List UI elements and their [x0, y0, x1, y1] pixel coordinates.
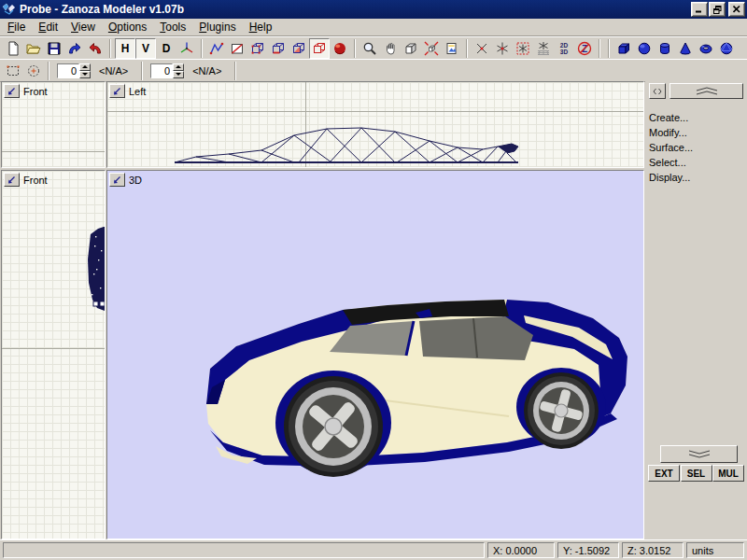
spinner-down-icon[interactable]: [79, 71, 91, 78]
title-bar[interactable]: Probe - Zanoza Modeler v1.07b: [0, 0, 747, 19]
cube-edges-button[interactable]: [268, 38, 289, 59]
viewport-menu-button[interactable]: [109, 173, 125, 187]
toggle-d-label: D: [162, 43, 171, 54]
cube-faces-button[interactable]: [289, 38, 309, 59]
toolbar-separator: [234, 62, 236, 80]
primitive-cube-button[interactable]: [613, 38, 634, 59]
axis-line: [2, 151, 105, 152]
menu-file[interactable]: File: [1, 20, 32, 35]
material-sphere-button[interactable]: [330, 38, 350, 59]
new-document-icon: [6, 41, 21, 56]
new-button[interactable]: [3, 38, 23, 59]
menu-edit[interactable]: Edit: [32, 20, 64, 35]
viewport-menu-button[interactable]: [4, 173, 20, 187]
spinner-2[interactable]: [173, 63, 184, 78]
window-title: Probe - Zanoza Modeler v1.07b: [20, 3, 690, 16]
panel-collapse-down-button[interactable]: [660, 445, 738, 463]
primitive-torus-button[interactable]: [696, 38, 716, 59]
vertex-box-button[interactable]: [513, 38, 533, 59]
viewport-left[interactable]: Left: [106, 81, 644, 168]
sel-button[interactable]: SEL: [681, 465, 712, 482]
viewport-menu-button[interactable]: [4, 84, 20, 98]
menu-tools[interactable]: Tools: [153, 20, 192, 35]
restore-icon: [713, 6, 722, 14]
pan-button[interactable]: [380, 38, 401, 59]
panel-item-display[interactable]: Display...: [649, 170, 743, 185]
ext-button[interactable]: EXT: [648, 465, 680, 482]
world-axes-button[interactable]: [176, 38, 197, 59]
viewport-menu-icon: [113, 175, 121, 184]
viewport-front-bottom[interactable]: Front: [1, 170, 106, 539]
object-preview-button[interactable]: [442, 38, 462, 59]
toggle-h-button[interactable]: H: [115, 38, 135, 59]
save-floppy-icon: [47, 41, 62, 56]
toggle-v-button[interactable]: V: [135, 38, 156, 59]
toggle-2d3d-button[interactable]: 2D 3D: [554, 38, 574, 59]
panel-item-create[interactable]: Create...: [649, 110, 743, 125]
app-icon: [2, 3, 16, 16]
zoom-extents-button[interactable]: [421, 38, 442, 59]
mul-button[interactable]: MUL: [712, 465, 744, 482]
rotate-view-button[interactable]: [401, 38, 421, 59]
vertex-grid-button[interactable]: [533, 38, 554, 59]
viewport-label: Left: [129, 86, 146, 97]
cube-object-button[interactable]: [309, 38, 330, 59]
faces-box-button[interactable]: [227, 38, 247, 59]
menu-view[interactable]: View: [64, 20, 102, 35]
toolbar-separator: [608, 39, 610, 58]
vertex-star-button[interactable]: [492, 38, 513, 59]
material-sphere-icon: [332, 41, 347, 56]
primitive-cone-icon: [678, 41, 693, 56]
spinner-1[interactable]: [79, 63, 91, 78]
viewport-label: 3D: [129, 175, 142, 186]
menu-help[interactable]: Help: [243, 20, 279, 35]
primitive-cylinder-button[interactable]: [655, 38, 675, 59]
zoom-extents-icon: [424, 41, 439, 56]
open-button[interactable]: [23, 38, 44, 59]
vertex-cross-button[interactable]: [472, 38, 492, 59]
redo-button[interactable]: [64, 38, 85, 59]
viewport-menu-button[interactable]: [109, 84, 125, 98]
panel-collapse-up-button[interactable]: [669, 83, 743, 99]
vertex-box-icon: [515, 41, 530, 56]
cube-vertices-icon: [250, 41, 265, 56]
restore-button[interactable]: [709, 2, 726, 17]
spinner-up-icon[interactable]: [173, 63, 184, 71]
primitive-cone-button[interactable]: [675, 38, 696, 59]
select-circle-button[interactable]: [23, 61, 44, 81]
selection-count-field-2[interactable]: [150, 63, 173, 78]
menu-options[interactable]: Options: [102, 20, 153, 35]
panel-toggle-button[interactable]: [649, 83, 666, 99]
save-button[interactable]: [44, 38, 64, 59]
primitive-geosphere-button[interactable]: [716, 38, 737, 59]
minimize-button[interactable]: [691, 2, 708, 17]
vertex-grid-icon: [536, 41, 551, 56]
selection-name-1: <N/A>: [91, 65, 137, 77]
cube-edges-icon: [271, 41, 286, 56]
viewport-3d[interactable]: 3D: [106, 170, 644, 539]
panel-item-modify[interactable]: Modify...: [649, 125, 743, 140]
panel-item-surface[interactable]: Surface...: [649, 140, 743, 155]
select-circle-icon: [26, 63, 41, 78]
primitive-sphere-button[interactable]: [634, 38, 655, 59]
spinner-down-icon[interactable]: [173, 71, 184, 78]
local-axes-button[interactable]: [206, 38, 227, 59]
wireframe-car-side: [107, 82, 643, 167]
toggle-d-button[interactable]: D: [156, 38, 176, 59]
menu-plugins[interactable]: Plugins: [192, 20, 242, 35]
zmodeler-window: Probe - Zanoza Modeler v1.07b File Edit …: [0, 0, 747, 560]
selection-count-field-1[interactable]: [57, 63, 79, 78]
minimize-icon: [696, 6, 703, 13]
spinner-up-icon[interactable]: [79, 63, 91, 71]
z-disabled-button[interactable]: Z: [574, 38, 595, 59]
zoom-button[interactable]: [359, 38, 380, 59]
viewport-front-top[interactable]: Front: [1, 81, 106, 168]
cube-vertices-button[interactable]: [247, 38, 268, 59]
close-button[interactable]: [728, 2, 745, 17]
undo-button[interactable]: [85, 38, 106, 59]
chevron-down-double-icon: [687, 450, 712, 458]
viewport-menu-icon: [7, 87, 16, 95]
select-quad-button[interactable]: [3, 61, 23, 81]
panel-item-select[interactable]: Select...: [649, 155, 743, 170]
toolbar-separator: [109, 39, 111, 58]
